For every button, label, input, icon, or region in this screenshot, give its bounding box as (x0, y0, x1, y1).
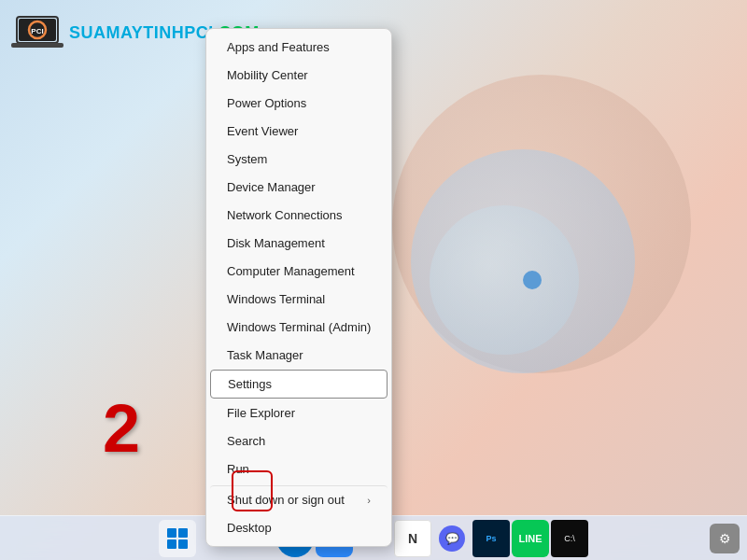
menu-item-windows-terminal[interactable]: Windows Terminal (210, 286, 388, 313)
discord-taskbar-button[interactable]: 💬 (433, 520, 471, 557)
notion-taskbar-button[interactable]: N (394, 520, 431, 557)
notion-icon: N (408, 531, 417, 546)
menu-item-desktop[interactable]: Desktop (210, 514, 388, 541)
bg-decoration-circle-3 (430, 205, 579, 355)
menu-item-computer-management[interactable]: Computer Management (210, 258, 388, 285)
menu-item-disk-management[interactable]: Disk Management (210, 230, 388, 257)
context-menu: Apps and Features Mobility Center Power … (205, 28, 392, 547)
windows-logo-icon (167, 528, 188, 549)
menu-item-power-options[interactable]: Power Options (210, 90, 388, 117)
step-number-2: 2 (103, 390, 140, 467)
menu-item-network-connections[interactable]: Network Connections (210, 202, 388, 229)
terminal-taskbar-button[interactable]: C:\ (551, 520, 588, 557)
terminal-icon: C:\ (564, 534, 575, 543)
svg-text:PCI: PCI (31, 27, 43, 35)
menu-item-device-manager[interactable]: Device Manager (210, 174, 388, 201)
system-tray-gear[interactable]: ⚙ (710, 524, 740, 553)
discord-icon: 💬 (439, 525, 465, 552)
line-taskbar-button[interactable]: LINE (512, 520, 549, 557)
start-button[interactable] (159, 520, 196, 557)
svg-rect-2 (11, 43, 63, 48)
menu-item-file-explorer[interactable]: File Explorer (210, 399, 388, 427)
menu-item-event-viewer[interactable]: Event Viewer (210, 118, 388, 145)
photoshop-taskbar-button[interactable]: Ps (472, 520, 510, 557)
photoshop-icon: Ps (486, 534, 496, 543)
menu-item-apps-features[interactable]: Apps and Features (210, 34, 388, 61)
menu-item-task-manager[interactable]: Task Manager (210, 342, 388, 369)
menu-item-mobility-center[interactable]: Mobility Center (210, 62, 388, 89)
menu-item-search[interactable]: Search (210, 427, 388, 455)
menu-item-shut-down[interactable]: Shut down or sign out › (210, 485, 388, 513)
bg-decoration-dot (523, 271, 542, 289)
menu-item-system[interactable]: System (210, 146, 388, 173)
logo-icon: PCI (9, 9, 65, 56)
menu-item-settings[interactable]: Settings (210, 370, 388, 399)
menu-item-run[interactable]: Run (210, 455, 388, 483)
line-icon: LINE (518, 533, 542, 544)
menu-item-windows-terminal-admin[interactable]: Windows Terminal (Admin) (210, 314, 388, 341)
submenu-arrow-icon: › (367, 495, 371, 506)
